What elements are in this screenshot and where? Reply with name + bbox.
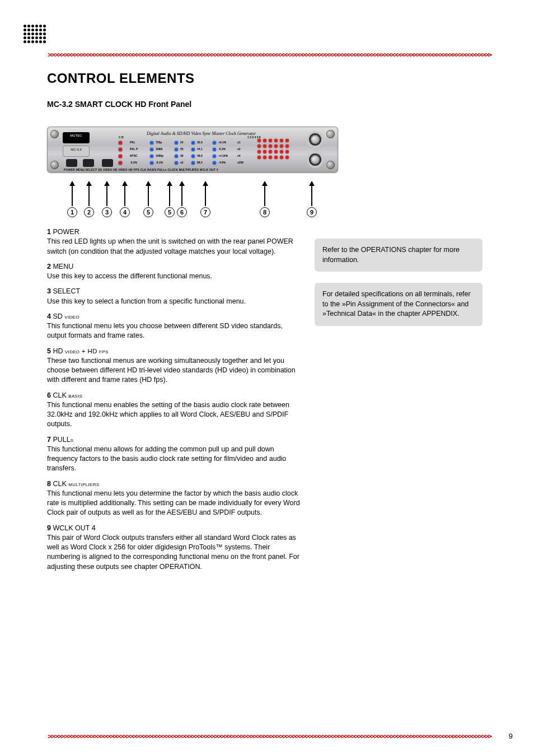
menu-button-icon: [83, 159, 94, 167]
callout-3: 3: [102, 181, 112, 217]
page-title: CONTROL ELEMENTS: [47, 71, 513, 86]
screw-icon: [50, 161, 59, 169]
label: -4.0%: [218, 161, 226, 164]
header-chevrons: >>>>>>>>>>>>>>>>>>>>>>>>>>>>>>>>>>>>>>>>…: [48, 50, 513, 59]
label: x2: [237, 147, 241, 151]
notes-column: Refer to the OPERATIONS chapter for more…: [315, 227, 483, 577]
section-1-power: 1 POWER This red LED lights up when the …: [47, 227, 300, 256]
label: C B: [119, 136, 124, 139]
label: 24: [180, 141, 184, 144]
label: 44.1: [197, 147, 203, 151]
label: 48.0: [197, 154, 203, 157]
section-9-wclk-out-4: 9 WCLK OUT 4 This pair of Word Clock out…: [47, 524, 300, 572]
section-body: This pair of Word Clock outputs transfer…: [47, 533, 300, 572]
label: 88.2: [197, 161, 203, 164]
bnc-connector-icon: [309, 133, 321, 146]
section-6-clk-basis: 6 CLK basis This functional menu enables…: [47, 391, 300, 430]
label: -0.1%: [156, 161, 163, 164]
callout-2: 2: [84, 181, 94, 217]
note-appendix: For detailed specifications on all termi…: [315, 283, 483, 326]
section-body: This functional menu lets you determine …: [47, 489, 300, 518]
section-body: This functional menu allows for adding t…: [47, 445, 300, 474]
section-4-sd-video: 4 SD video This functional menu lets you…: [47, 312, 300, 341]
section-8-clk-multipliers: 8 CLK multipliers This functional menu l…: [47, 479, 300, 518]
section-body: Use this key to select a function from a…: [47, 297, 300, 306]
callout-6: 6: [177, 181, 187, 217]
section-body: These two functional menus are working s…: [47, 356, 300, 385]
callout-5b: 5: [165, 181, 175, 217]
callout-1: 1: [67, 181, 77, 217]
section-3-select: 3 SELECT Use this key to select a functi…: [47, 287, 300, 306]
page-footer: >>>>>>>>>>>>>>>>>>>>>>>>>>>>>>>>>>>>>>>>…: [48, 732, 513, 740]
label: x1: [237, 141, 241, 144]
label: NTSC: [130, 154, 138, 157]
label: x2: [180, 161, 184, 164]
label: +4.16%: [218, 154, 228, 157]
brand-badge: MUTEC: [63, 132, 90, 143]
callout-7: 7: [200, 181, 210, 217]
section-7-pulls: 7 PULLs This functional menu allows for …: [47, 435, 300, 474]
power-button-icon: [66, 159, 77, 167]
label: +0.1%: [218, 141, 226, 144]
label: x256: [237, 161, 243, 164]
section-5-hd-video-fps: 5 HD video + HD fps These two functional…: [47, 347, 300, 385]
label: 1080p: [156, 154, 163, 157]
section-body: This functional menu enables the setting…: [47, 400, 300, 430]
clock-mult-led-grid: [257, 139, 290, 160]
screw-icon: [50, 130, 59, 138]
note-operations: Refer to the OPERATIONS chapter for more…: [315, 239, 483, 272]
select-button-icon: [102, 159, 113, 167]
device-legend-text: Digital Audio & SD/HD Video Sync Master …: [147, 131, 256, 136]
label: 30: [180, 154, 184, 157]
section-body: This functional menu lets you choose bet…: [47, 321, 300, 341]
page-subtitle: MC-3.2 SMART CLOCK HD Front Panel: [47, 100, 513, 109]
device-bottom-labels: POWER MENU SELECT SD VIDEO HD VIDEO HD F…: [64, 168, 218, 171]
section-body: This red LED lights up when the unit is …: [47, 237, 300, 256]
section-2-menu: 2 MENU Use this key to access the differ…: [47, 262, 300, 282]
label: PAL P: [130, 147, 138, 151]
callout-8: 8: [260, 181, 270, 217]
label: -0.1%: [130, 161, 137, 164]
screw-icon: [326, 130, 335, 138]
device-illustration: MUTEC MC-3.2 Digital Audio & SD/HD Video…: [47, 127, 338, 172]
callout-4: 4: [120, 181, 130, 217]
callout-9: 9: [307, 181, 317, 217]
screw-icon: [326, 161, 335, 169]
section-body: Use this key to access the different fun…: [47, 272, 300, 281]
label: 720p: [156, 141, 162, 144]
label: -0.1%: [218, 147, 226, 151]
brand-dot-grid: [24, 25, 46, 43]
descriptions-column: 1 POWER This red LED lights up when the …: [47, 227, 300, 577]
bnc-connector-icon: [309, 153, 321, 166]
label: x4: [237, 154, 241, 157]
callout-5a: 5: [143, 181, 153, 217]
footer-chevrons: >>>>>>>>>>>>>>>>>>>>>>>>>>>>>>>>>>>>>>>>…: [48, 732, 503, 740]
label: 25: [180, 147, 184, 151]
label: 1080i: [156, 147, 163, 151]
front-panel-figure: MUTEC MC-3.2 Digital Audio & SD/HD Video…: [47, 127, 513, 172]
label: 32.0: [197, 141, 203, 144]
page-number: 9: [509, 732, 513, 740]
callout-pointers: 1 2 3 4 5 5 6 7 8 9: [47, 178, 338, 217]
model-badge: MC-3.2: [63, 146, 90, 157]
label: PAL: [130, 141, 135, 144]
